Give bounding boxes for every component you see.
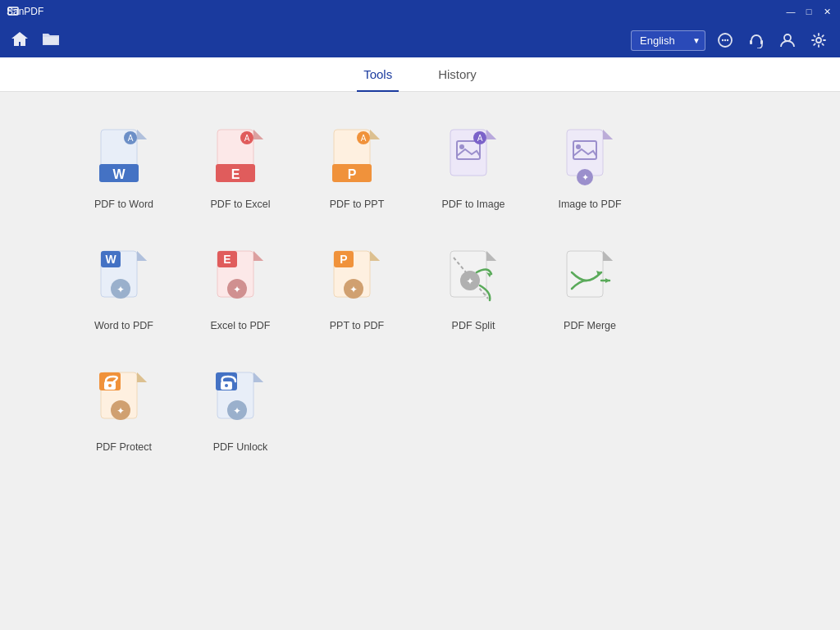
svg-marker-81 — [137, 372, 147, 382]
tool-pdf-split[interactable]: ✦ PDF Split — [415, 238, 532, 343]
tool-ppt-to-pdf[interactable]: P ✦ PPT to PDF — [299, 238, 415, 343]
titlebar: SanPDF — □ ✕ — [0, 0, 840, 23]
tools-row-1: W A PDF to Word E — [66, 116, 774, 221]
svg-point-8 — [784, 34, 791, 41]
tool-pdf-merge[interactable]: PDF Merge — [532, 238, 648, 343]
svg-marker-26 — [370, 130, 380, 139]
svg-text:✦: ✦ — [349, 284, 358, 295]
svg-point-3 — [722, 39, 724, 41]
svg-text:A: A — [361, 134, 367, 143]
tool-pdf-protect[interactable]: ✦ PDF Protect — [66, 359, 182, 464]
tools-grid: W A PDF to Word E — [66, 116, 774, 464]
svg-point-5 — [727, 39, 728, 41]
tool-pdf-unlock[interactable]: ✦ PDF Unlock — [182, 359, 299, 464]
pdf-to-word-icon: W A — [98, 128, 150, 190]
svg-marker-12 — [137, 130, 147, 139]
pdf-to-ppt-icon: P A — [331, 128, 383, 190]
svg-point-92 — [225, 384, 228, 387]
svg-text:✦: ✦ — [116, 405, 125, 417]
svg-text:✦: ✦ — [233, 405, 241, 417]
tool-pdf-to-word[interactable]: W A PDF to Word — [66, 116, 182, 221]
pdf-merge-icon — [564, 249, 616, 312]
svg-text:A: A — [128, 134, 134, 143]
svg-marker-40 — [603, 130, 613, 139]
svg-text:✦: ✦ — [582, 172, 589, 182]
svg-marker-54 — [253, 251, 263, 261]
minimize-button[interactable]: — — [784, 5, 797, 18]
header: English Chinese Japanese Korean French G… — [0, 23, 840, 57]
svg-text:E: E — [223, 253, 231, 266]
pdf-unlock-label: PDF Unlock — [213, 441, 268, 453]
open-folder-icon[interactable] — [41, 30, 61, 52]
svg-text:E: E — [231, 167, 240, 181]
svg-text:✦: ✦ — [116, 284, 125, 295]
svg-text:W: W — [105, 253, 116, 266]
pdf-to-image-label: PDF to Image — [441, 199, 504, 210]
svg-rect-0 — [8, 7, 18, 15]
tab-history[interactable]: History — [431, 58, 483, 92]
svg-point-42 — [576, 144, 581, 149]
pdf-to-word-label: PDF to Word — [94, 199, 153, 210]
svg-text:W: W — [112, 167, 126, 181]
svg-marker-61 — [370, 251, 380, 261]
tools-row-2: W ✦ Word to PDF E — [66, 238, 774, 343]
pdf-protect-icon: ✦ — [98, 371, 150, 433]
svg-marker-75 — [603, 251, 613, 261]
svg-marker-78 — [605, 278, 609, 283]
header-left — [10, 30, 61, 52]
support-icon[interactable] — [745, 29, 768, 52]
ppt-to-pdf-label: PPT to PDF — [330, 320, 384, 331]
svg-rect-7 — [760, 40, 763, 44]
tool-word-to-pdf[interactable]: W ✦ Word to PDF — [66, 238, 182, 343]
language-select[interactable]: English Chinese Japanese Korean French G… — [631, 30, 705, 51]
word-to-pdf-icon: W ✦ — [98, 249, 150, 312]
svg-marker-89 — [253, 372, 263, 382]
svg-text:✦: ✦ — [466, 276, 474, 287]
svg-marker-68 — [486, 251, 496, 261]
tool-pdf-to-ppt[interactable]: P A PDF to PPT — [299, 116, 415, 221]
excel-to-pdf-label: Excel to PDF — [211, 320, 271, 331]
svg-text:✦: ✦ — [233, 284, 241, 295]
pdf-unlock-icon: ✦ — [214, 371, 267, 433]
language-selector-wrapper[interactable]: English Chinese Japanese Korean French G… — [631, 30, 705, 51]
image-to-pdf-icon: ✦ — [564, 128, 616, 190]
svg-text:A: A — [477, 134, 483, 143]
pdf-merge-label: PDF Merge — [564, 320, 616, 331]
close-button[interactable]: ✕ — [820, 5, 833, 18]
tool-image-to-pdf[interactable]: ✦ Image to PDF — [532, 116, 648, 221]
pdf-protect-label: PDF Protect — [96, 441, 152, 453]
excel-to-pdf-icon: E ✦ — [214, 249, 267, 312]
tool-pdf-to-image[interactable]: A PDF to Image — [415, 116, 532, 221]
maximize-button[interactable]: □ — [802, 5, 815, 18]
header-right: English Chinese Japanese Korean French G… — [631, 29, 830, 52]
word-to-pdf-label: Word to PDF — [94, 320, 153, 331]
main-content: W A PDF to Word E — [0, 92, 840, 630]
pdf-split-icon: ✦ — [447, 249, 500, 312]
pdf-to-excel-label: PDF to Excel — [211, 199, 271, 210]
settings-icon[interactable] — [807, 29, 830, 52]
image-to-pdf-label: Image to PDF — [558, 199, 621, 210]
svg-point-35 — [459, 144, 464, 149]
svg-point-9 — [816, 38, 821, 43]
svg-text:A: A — [244, 134, 250, 143]
svg-rect-6 — [750, 40, 752, 44]
home-icon[interactable] — [10, 30, 30, 52]
tab-tools[interactable]: Tools — [357, 58, 399, 92]
chat-icon[interactable] — [714, 29, 737, 52]
svg-text:P: P — [340, 253, 347, 266]
account-icon[interactable] — [776, 29, 799, 52]
svg-point-4 — [724, 39, 726, 41]
ppt-to-pdf-icon: P ✦ — [331, 249, 383, 312]
tool-excel-to-pdf[interactable]: E ✦ Excel to PDF — [182, 238, 299, 343]
tool-pdf-to-excel[interactable]: E A PDF to Excel — [182, 116, 299, 221]
pdf-to-excel-icon: E A — [214, 128, 267, 190]
svg-point-84 — [108, 384, 112, 387]
svg-text:P: P — [348, 167, 357, 181]
pdf-split-label: PDF Split — [452, 320, 495, 331]
tabbar: Tools History — [0, 57, 840, 92]
pdf-to-ppt-label: PDF to PPT — [330, 199, 385, 210]
svg-marker-33 — [486, 130, 496, 139]
window-icon-btn[interactable] — [7, 5, 20, 18]
window-controls: — □ ✕ — [784, 5, 833, 18]
svg-marker-19 — [253, 130, 263, 139]
